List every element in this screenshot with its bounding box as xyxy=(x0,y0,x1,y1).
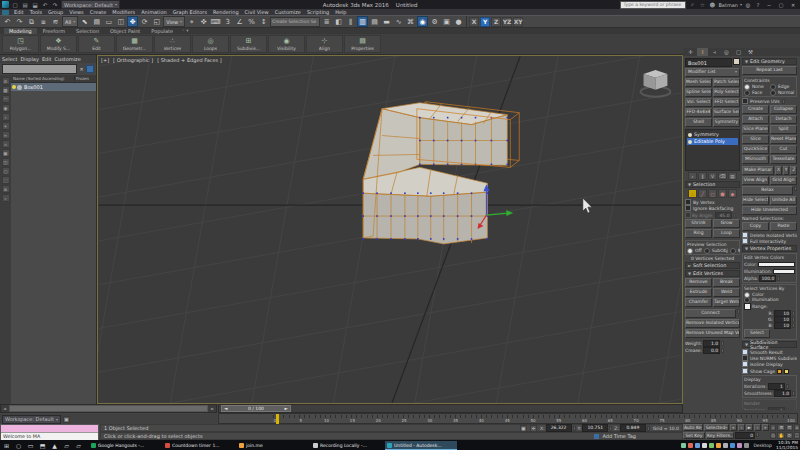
object-name-field[interactable]: Box001 xyxy=(685,58,732,67)
close-button[interactable]: ✕ xyxy=(788,1,798,8)
checkbox-row[interactable]: Isoline Display xyxy=(742,361,797,367)
rollout-subdivision-surface[interactable]: ▼Subdivision Surface xyxy=(742,341,797,348)
vertex-subobject-icon[interactable]: ∴ xyxy=(688,189,697,198)
paste-button[interactable]: Paste xyxy=(770,222,797,231)
rollout-edit-geometry[interactable]: ▼Edit Geometry xyxy=(742,58,797,65)
select-and-rotate-icon[interactable]: ⟳ xyxy=(139,16,150,27)
selection-set-dropdown[interactable]: Selected▾ xyxy=(704,424,729,431)
tray-icon[interactable] xyxy=(688,443,693,448)
modifier-set-button[interactable]: Surface Select xyxy=(713,108,740,117)
checkbox[interactable] xyxy=(685,205,691,211)
spinner-arrows[interactable] xyxy=(792,317,795,322)
display-tab[interactable]: ▢ xyxy=(733,48,744,56)
checkbox[interactable] xyxy=(742,361,748,367)
viewport-general-menu[interactable]: [+] xyxy=(101,57,109,63)
tray-icon[interactable] xyxy=(709,443,714,448)
spinner-arrows[interactable] xyxy=(792,391,795,396)
viewport-pov-menu[interactable]: [ Orthographic ] xyxy=(113,57,153,63)
rollout-vertex-properties[interactable]: ▼Vertex Properties xyxy=(742,245,797,252)
radio-option[interactable]: SubObj xyxy=(704,248,728,253)
display-cameras-icon[interactable]: ⌖ xyxy=(2,113,10,121)
edit-geometry-button[interactable]: Attach xyxy=(742,115,769,124)
spinner-arrows[interactable] xyxy=(786,384,789,389)
workspace-dropdown[interactable]: Workspace: Default▾ xyxy=(61,0,120,9)
curve-editor-icon[interactable]: ∿ xyxy=(393,16,404,27)
display-materials-icon[interactable]: ◫ xyxy=(2,158,10,166)
scroll-right-icon[interactable]: ► xyxy=(209,406,216,411)
make-planar-axis-button[interactable]: Z xyxy=(790,166,797,175)
edit-vertices-button[interactable]: Weld xyxy=(713,288,740,297)
taskbar-app-button[interactable]: Recording Locally -... xyxy=(311,441,383,450)
application-menu-icon[interactable] xyxy=(2,10,9,15)
search-go-icon[interactable]: ⌕ xyxy=(688,1,696,9)
viewport[interactable]: [+] [ Orthographic ] [ Shaded + Edged Fa… xyxy=(97,55,683,404)
render-production-icon[interactable]: ● xyxy=(453,16,464,27)
listener-output-row[interactable]: Welcome to MA xyxy=(1,433,98,440)
mirror-icon[interactable]: ◧ xyxy=(333,16,344,27)
border-subobject-icon[interactable]: ◻ xyxy=(708,189,717,198)
display-containers-icon[interactable]: ▣ xyxy=(2,149,10,157)
modifier-set-button[interactable]: FFD Select xyxy=(713,98,740,107)
maximize-button[interactable]: ▢ xyxy=(776,1,786,8)
favorites-icon[interactable]: ☆ xyxy=(698,1,706,9)
previous-frame-arrow[interactable]: ◄ xyxy=(224,406,227,411)
axis-yz-button[interactable]: YZ xyxy=(502,17,512,27)
radio-button[interactable] xyxy=(730,248,736,254)
sign-in-label[interactable]: Batman xyxy=(718,2,738,8)
schematic-view-icon[interactable]: ⌘ xyxy=(405,16,416,27)
scene-explorer-menu-item[interactable]: Display xyxy=(20,56,38,62)
taskbar-app-button[interactable]: Countdown timer 1... xyxy=(163,441,235,450)
selection-button[interactable]: Shrink xyxy=(685,219,712,228)
connect-settings-icon[interactable] xyxy=(737,309,740,314)
selection-lock-icon[interactable]: ▣ xyxy=(520,425,527,432)
time-slider-handle[interactable]: ◄ 0 / 100 ► xyxy=(221,405,291,412)
absolute-mode-icon[interactable]: ✛ xyxy=(530,425,537,432)
radio-button[interactable] xyxy=(744,90,750,96)
make-unique-icon[interactable]: V xyxy=(708,172,717,180)
repeat-last-button[interactable]: Repeat Last xyxy=(742,66,797,75)
select-and-scale-icon[interactable]: ◱ xyxy=(151,16,162,27)
rollout-soft-selection[interactable]: ►Soft Selection xyxy=(685,262,740,269)
axis-z-button[interactable]: Z xyxy=(491,17,501,27)
display-lights-icon[interactable]: ◉ xyxy=(2,104,10,112)
ribbon-properties-button[interactable]: ▤ Properties xyxy=(344,35,381,53)
edge-subobject-icon[interactable]: ╱ xyxy=(698,189,707,198)
coordinate-value[interactable]: 26.322 xyxy=(546,424,572,432)
display-shapes-icon[interactable]: ◠ xyxy=(2,95,10,103)
rectangular-selection-region-icon[interactable]: ▭ xyxy=(103,16,114,27)
cage-color-swatch[interactable] xyxy=(777,369,782,374)
ribbon-edit-button[interactable]: ✎ Edit xyxy=(78,35,115,53)
toggle-scene-explorer-icon[interactable]: ▥ xyxy=(357,16,368,27)
play-icon[interactable]: ► xyxy=(746,424,753,431)
radio-button[interactable] xyxy=(770,84,776,90)
advanced-search-icon[interactable] xyxy=(86,65,94,73)
spinner-arrows[interactable] xyxy=(647,426,650,431)
display-none-icon[interactable]: ⊘ xyxy=(2,77,10,85)
selection-button[interactable]: Ring xyxy=(685,229,712,238)
undo-quick-icon[interactable]: ↶ xyxy=(41,1,49,9)
folder-icon[interactable]: ▱ xyxy=(62,441,71,450)
add-time-tag-label[interactable]: Add Time Tag xyxy=(602,433,636,439)
ribbon-align-button[interactable]: ⊹ Align xyxy=(306,35,343,53)
Box001[interactable]: Box001 xyxy=(11,83,96,91)
coordinate-value[interactable]: 10.751 xyxy=(582,424,608,432)
viewport-shading-menu[interactable]: [ Shaded + Edged Faces ] xyxy=(157,57,222,63)
tray-icon[interactable] xyxy=(723,443,728,448)
percent-snap-icon[interactable]: % xyxy=(246,16,257,27)
illumination-swatch[interactable] xyxy=(773,269,795,274)
spinner-snap-icon[interactable]: ↕ xyxy=(258,16,269,27)
toggle-layer-explorer-icon[interactable]: ▤ xyxy=(369,16,380,27)
edit-geometry-button[interactable]: Create xyxy=(742,105,769,114)
edit-geometry-button[interactable]: QuickSlice xyxy=(742,145,769,154)
ribbon-subdivision-button[interactable]: ⊞ Subdivis... xyxy=(230,35,267,53)
make-planar-button[interactable]: Make Planar xyxy=(742,166,774,175)
maximize-viewport-icon[interactable]: ⛶ xyxy=(794,432,800,439)
window-crossing-icon[interactable]: ◫ xyxy=(115,16,126,27)
redo-icon[interactable]: ↷ xyxy=(14,16,25,27)
unlink-selection-icon[interactable]: ⧈ xyxy=(38,16,49,27)
modifier-bulb-icon[interactable] xyxy=(688,140,692,144)
motion-tab[interactable]: ◎ xyxy=(721,48,732,56)
spinner-arrows[interactable] xyxy=(721,341,724,346)
checkbox[interactable] xyxy=(742,98,748,104)
spinner-arrows[interactable] xyxy=(792,323,795,328)
